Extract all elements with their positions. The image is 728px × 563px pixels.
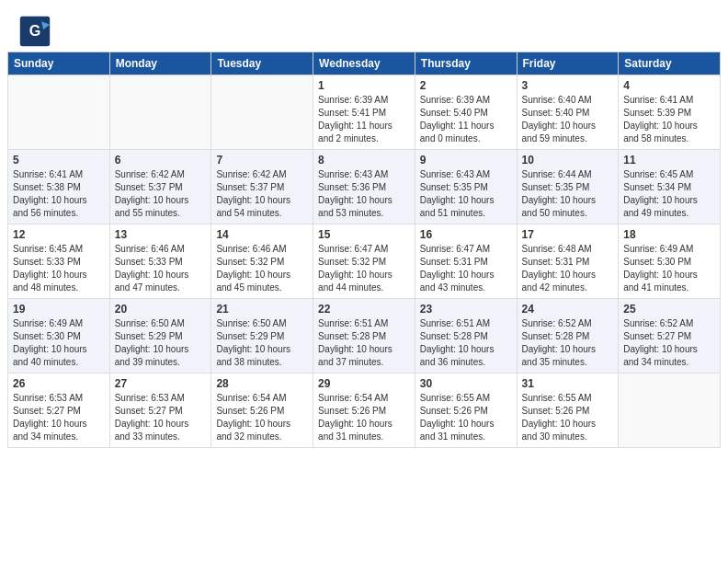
- calendar-cell: 14Sunrise: 6:46 AM Sunset: 5:32 PM Dayli…: [211, 224, 313, 299]
- day-number: 27: [115, 377, 207, 390]
- weekday-header: Monday: [109, 52, 211, 75]
- day-number: 15: [318, 228, 410, 241]
- day-info: Sunrise: 6:47 AM Sunset: 5:31 PM Dayligh…: [420, 243, 512, 294]
- day-info: Sunrise: 6:49 AM Sunset: 5:30 PM Dayligh…: [623, 243, 715, 294]
- logo: G: [18, 15, 57, 48]
- day-info: Sunrise: 6:43 AM Sunset: 5:36 PM Dayligh…: [318, 168, 410, 220]
- day-number: 12: [13, 228, 105, 241]
- day-number: 9: [420, 154, 512, 167]
- day-info: Sunrise: 6:46 AM Sunset: 5:32 PM Dayligh…: [216, 243, 308, 294]
- day-number: 31: [522, 377, 614, 390]
- day-number: 10: [522, 154, 614, 167]
- day-number: 29: [318, 377, 410, 390]
- day-info: Sunrise: 6:39 AM Sunset: 5:40 PM Dayligh…: [420, 94, 512, 145]
- calendar-cell: 29Sunrise: 6:54 AM Sunset: 5:26 PM Dayli…: [313, 373, 415, 448]
- calendar-cell: 27Sunrise: 6:53 AM Sunset: 5:27 PM Dayli…: [109, 373, 211, 448]
- day-info: Sunrise: 6:48 AM Sunset: 5:31 PM Dayligh…: [522, 243, 614, 294]
- day-info: Sunrise: 6:46 AM Sunset: 5:33 PM Dayligh…: [115, 243, 207, 294]
- day-info: Sunrise: 6:50 AM Sunset: 5:29 PM Dayligh…: [115, 317, 207, 369]
- calendar-cell: 2Sunrise: 6:39 AM Sunset: 5:40 PM Daylig…: [415, 75, 517, 150]
- calendar-cell: 12Sunrise: 6:45 AM Sunset: 5:33 PM Dayli…: [8, 224, 110, 299]
- day-info: Sunrise: 6:45 AM Sunset: 5:33 PM Dayligh…: [13, 243, 105, 294]
- day-info: Sunrise: 6:39 AM Sunset: 5:41 PM Dayligh…: [318, 94, 410, 145]
- day-number: 13: [115, 228, 207, 241]
- day-number: 25: [623, 303, 715, 316]
- weekday-header: Tuesday: [211, 52, 313, 75]
- calendar-cell: 24Sunrise: 6:52 AM Sunset: 5:28 PM Dayli…: [517, 299, 619, 373]
- day-info: Sunrise: 6:52 AM Sunset: 5:28 PM Dayligh…: [522, 317, 614, 369]
- day-number: 14: [216, 228, 308, 241]
- day-number: 19: [13, 303, 105, 316]
- calendar-cell: 7Sunrise: 6:42 AM Sunset: 5:37 PM Daylig…: [211, 150, 313, 224]
- day-info: Sunrise: 6:53 AM Sunset: 5:27 PM Dayligh…: [115, 392, 207, 443]
- day-info: Sunrise: 6:43 AM Sunset: 5:35 PM Dayligh…: [420, 168, 512, 220]
- day-info: Sunrise: 6:55 AM Sunset: 5:26 PM Dayligh…: [522, 392, 614, 443]
- day-number: 18: [623, 228, 715, 241]
- day-info: Sunrise: 6:54 AM Sunset: 5:26 PM Dayligh…: [318, 392, 410, 443]
- calendar-cell: 23Sunrise: 6:51 AM Sunset: 5:28 PM Dayli…: [415, 299, 517, 373]
- day-info: Sunrise: 6:52 AM Sunset: 5:27 PM Dayligh…: [623, 317, 715, 369]
- calendar-cell: 13Sunrise: 6:46 AM Sunset: 5:33 PM Dayli…: [109, 224, 211, 299]
- calendar-wrapper: SundayMondayTuesdayWednesdayThursdayFrid…: [0, 52, 728, 455]
- day-number: 3: [522, 79, 614, 92]
- weekday-header: Friday: [517, 52, 619, 75]
- day-info: Sunrise: 6:55 AM Sunset: 5:26 PM Dayligh…: [420, 392, 512, 443]
- day-info: Sunrise: 6:44 AM Sunset: 5:35 PM Dayligh…: [522, 168, 614, 220]
- day-number: 21: [216, 303, 308, 316]
- calendar-cell: 1Sunrise: 6:39 AM Sunset: 5:41 PM Daylig…: [313, 75, 415, 150]
- calendar-cell: 22Sunrise: 6:51 AM Sunset: 5:28 PM Dayli…: [313, 299, 415, 373]
- calendar-cell: 17Sunrise: 6:48 AM Sunset: 5:31 PM Dayli…: [517, 224, 619, 299]
- calendar-cell: 20Sunrise: 6:50 AM Sunset: 5:29 PM Dayli…: [109, 299, 211, 373]
- calendar-cell: 3Sunrise: 6:40 AM Sunset: 5:40 PM Daylig…: [517, 75, 619, 150]
- calendar-cell: 19Sunrise: 6:49 AM Sunset: 5:30 PM Dayli…: [8, 299, 110, 373]
- day-number: 4: [623, 79, 715, 92]
- day-number: 26: [13, 377, 105, 390]
- calendar-cell: 30Sunrise: 6:55 AM Sunset: 5:26 PM Dayli…: [415, 373, 517, 448]
- weekday-header: Saturday: [619, 52, 721, 75]
- calendar-cell: [8, 75, 110, 150]
- calendar-cell: 16Sunrise: 6:47 AM Sunset: 5:31 PM Dayli…: [415, 224, 517, 299]
- weekday-header: Thursday: [415, 52, 517, 75]
- day-info: Sunrise: 6:49 AM Sunset: 5:30 PM Dayligh…: [13, 317, 105, 369]
- day-number: 16: [420, 228, 512, 241]
- day-number: 17: [522, 228, 614, 241]
- day-number: 5: [13, 154, 105, 167]
- day-info: Sunrise: 6:45 AM Sunset: 5:34 PM Dayligh…: [623, 168, 715, 220]
- day-info: Sunrise: 6:47 AM Sunset: 5:32 PM Dayligh…: [318, 243, 410, 294]
- day-number: 7: [216, 154, 308, 167]
- calendar-table: SundayMondayTuesdayWednesdayThursdayFrid…: [7, 52, 721, 448]
- calendar-cell: 15Sunrise: 6:47 AM Sunset: 5:32 PM Dayli…: [313, 224, 415, 299]
- day-info: Sunrise: 6:51 AM Sunset: 5:28 PM Dayligh…: [420, 317, 512, 369]
- calendar-cell: [109, 75, 211, 150]
- svg-text:G: G: [29, 22, 41, 39]
- logo-icon: G: [18, 15, 51, 48]
- calendar-cell: 21Sunrise: 6:50 AM Sunset: 5:29 PM Dayli…: [211, 299, 313, 373]
- day-number: 24: [522, 303, 614, 316]
- day-info: Sunrise: 6:54 AM Sunset: 5:26 PM Dayligh…: [216, 392, 308, 443]
- day-info: Sunrise: 6:40 AM Sunset: 5:40 PM Dayligh…: [522, 94, 614, 145]
- calendar-cell: 18Sunrise: 6:49 AM Sunset: 5:30 PM Dayli…: [619, 224, 721, 299]
- day-number: 28: [216, 377, 308, 390]
- calendar-cell: 6Sunrise: 6:42 AM Sunset: 5:37 PM Daylig…: [109, 150, 211, 224]
- calendar-cell: 26Sunrise: 6:53 AM Sunset: 5:27 PM Dayli…: [8, 373, 110, 448]
- day-number: 23: [420, 303, 512, 316]
- calendar-cell: 11Sunrise: 6:45 AM Sunset: 5:34 PM Dayli…: [619, 150, 721, 224]
- calendar-cell: 10Sunrise: 6:44 AM Sunset: 5:35 PM Dayli…: [517, 150, 619, 224]
- weekday-header: Sunday: [8, 52, 110, 75]
- calendar-cell: [211, 75, 313, 150]
- day-info: Sunrise: 6:42 AM Sunset: 5:37 PM Dayligh…: [115, 168, 207, 220]
- day-number: 20: [115, 303, 207, 316]
- day-info: Sunrise: 6:53 AM Sunset: 5:27 PM Dayligh…: [13, 392, 105, 443]
- day-info: Sunrise: 6:50 AM Sunset: 5:29 PM Dayligh…: [216, 317, 308, 369]
- day-number: 2: [420, 79, 512, 92]
- weekday-header: Wednesday: [313, 52, 415, 75]
- page-header: G: [0, 0, 728, 52]
- day-info: Sunrise: 6:41 AM Sunset: 5:39 PM Dayligh…: [623, 94, 715, 145]
- day-number: 1: [318, 79, 410, 92]
- calendar-cell: 25Sunrise: 6:52 AM Sunset: 5:27 PM Dayli…: [619, 299, 721, 373]
- day-number: 30: [420, 377, 512, 390]
- calendar-cell: 9Sunrise: 6:43 AM Sunset: 5:35 PM Daylig…: [415, 150, 517, 224]
- calendar-cell: 4Sunrise: 6:41 AM Sunset: 5:39 PM Daylig…: [619, 75, 721, 150]
- day-number: 6: [115, 154, 207, 167]
- day-info: Sunrise: 6:42 AM Sunset: 5:37 PM Dayligh…: [216, 168, 308, 220]
